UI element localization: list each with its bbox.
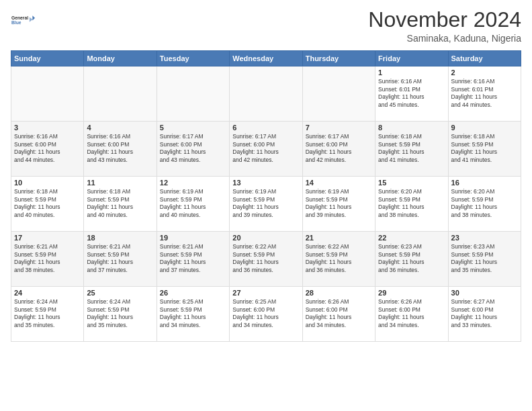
table-row — [84, 66, 157, 122]
logo-svg: General Blue — [11, 8, 35, 32]
table-row: 24Sunrise: 6:24 AM Sunset: 5:59 PM Dayli… — [11, 287, 84, 342]
day-number: 11 — [87, 179, 153, 187]
cell-content: Sunrise: 6:22 AM Sunset: 5:59 PM Dayligh… — [306, 243, 372, 274]
cell-content: Sunrise: 6:25 AM Sunset: 5:59 PM Dayligh… — [160, 298, 226, 329]
col-tuesday: Tuesday — [157, 51, 229, 66]
cell-content: Sunrise: 6:16 AM Sunset: 6:00 PM Dayligh… — [87, 133, 153, 164]
day-number: 27 — [232, 289, 299, 297]
table-row: 8Sunrise: 6:18 AM Sunset: 5:59 PM Daylig… — [375, 122, 448, 177]
day-number: 8 — [378, 124, 445, 132]
day-number: 19 — [160, 234, 226, 242]
calendar-week-row: 10Sunrise: 6:18 AM Sunset: 5:59 PM Dayli… — [11, 177, 521, 232]
table-row — [302, 66, 375, 122]
day-number: 21 — [306, 234, 372, 242]
col-thursday: Thursday — [302, 51, 375, 66]
calendar-week-row: 3Sunrise: 6:16 AM Sunset: 6:00 PM Daylig… — [11, 122, 521, 177]
cell-content: Sunrise: 6:21 AM Sunset: 5:59 PM Dayligh… — [14, 243, 81, 274]
table-row: 28Sunrise: 6:26 AM Sunset: 6:00 PM Dayli… — [302, 287, 375, 342]
day-number: 4 — [87, 124, 153, 132]
cell-content: Sunrise: 6:17 AM Sunset: 6:00 PM Dayligh… — [306, 133, 372, 164]
cell-content: Sunrise: 6:17 AM Sunset: 6:00 PM Dayligh… — [160, 133, 226, 164]
cell-content: Sunrise: 6:25 AM Sunset: 6:00 PM Dayligh… — [232, 298, 299, 329]
table-row: 26Sunrise: 6:25 AM Sunset: 5:59 PM Dayli… — [157, 287, 229, 342]
calendar-table: Sunday Monday Tuesday Wednesday Thursday… — [11, 50, 521, 342]
cell-content: Sunrise: 6:19 AM Sunset: 5:59 PM Dayligh… — [306, 188, 372, 219]
col-wednesday: Wednesday — [230, 51, 302, 66]
table-row: 1Sunrise: 6:16 AM Sunset: 6:01 PM Daylig… — [375, 66, 448, 122]
cell-content: Sunrise: 6:21 AM Sunset: 5:59 PM Dayligh… — [87, 243, 153, 274]
day-number: 5 — [160, 124, 226, 132]
svg-text:General: General — [11, 15, 28, 20]
day-number: 14 — [306, 179, 372, 187]
table-row — [230, 66, 302, 122]
table-row: 30Sunrise: 6:27 AM Sunset: 6:00 PM Dayli… — [448, 287, 521, 342]
day-number: 22 — [378, 234, 445, 242]
cell-content: Sunrise: 6:18 AM Sunset: 5:59 PM Dayligh… — [451, 133, 518, 164]
table-row: 18Sunrise: 6:21 AM Sunset: 5:59 PM Dayli… — [84, 232, 157, 287]
cell-content: Sunrise: 6:18 AM Sunset: 5:59 PM Dayligh… — [14, 188, 81, 219]
logo: General Blue — [11, 8, 35, 32]
cell-content: Sunrise: 6:17 AM Sunset: 6:00 PM Dayligh… — [232, 133, 299, 164]
day-number: 1 — [378, 68, 445, 77]
svg-marker-3 — [30, 17, 33, 22]
day-number: 18 — [87, 234, 153, 242]
table-row: 4Sunrise: 6:16 AM Sunset: 6:00 PM Daylig… — [84, 122, 157, 177]
table-row: 21Sunrise: 6:22 AM Sunset: 5:59 PM Dayli… — [302, 232, 375, 287]
table-row: 3Sunrise: 6:16 AM Sunset: 6:00 PM Daylig… — [11, 122, 84, 177]
table-row: 2Sunrise: 6:16 AM Sunset: 6:01 PM Daylig… — [448, 66, 521, 122]
cell-content: Sunrise: 6:27 AM Sunset: 6:00 PM Dayligh… — [451, 298, 518, 329]
table-row: 13Sunrise: 6:19 AM Sunset: 5:59 PM Dayli… — [230, 177, 302, 232]
table-row: 11Sunrise: 6:18 AM Sunset: 5:59 PM Dayli… — [84, 177, 157, 232]
table-row: 12Sunrise: 6:19 AM Sunset: 5:59 PM Dayli… — [157, 177, 229, 232]
table-row: 19Sunrise: 6:21 AM Sunset: 5:59 PM Dayli… — [157, 232, 229, 287]
day-number: 17 — [14, 234, 81, 242]
cell-content: Sunrise: 6:23 AM Sunset: 5:59 PM Dayligh… — [451, 243, 518, 274]
day-number: 9 — [451, 124, 518, 132]
col-friday: Friday — [375, 51, 448, 66]
day-number: 30 — [451, 289, 518, 297]
table-row: 23Sunrise: 6:23 AM Sunset: 5:59 PM Dayli… — [448, 232, 521, 287]
table-row: 10Sunrise: 6:18 AM Sunset: 5:59 PM Dayli… — [11, 177, 84, 232]
title-area: November 2024 Saminaka, Kaduna, Nigeria — [368, 8, 521, 44]
month-title: November 2024 — [368, 8, 521, 32]
svg-text:Blue: Blue — [11, 20, 21, 25]
cell-content: Sunrise: 6:16 AM Sunset: 6:00 PM Dayligh… — [14, 133, 81, 164]
col-saturday: Saturday — [448, 51, 521, 66]
cell-content: Sunrise: 6:21 AM Sunset: 5:59 PM Dayligh… — [160, 243, 226, 274]
table-row — [11, 66, 84, 122]
cell-content: Sunrise: 6:18 AM Sunset: 5:59 PM Dayligh… — [378, 133, 445, 164]
day-number: 26 — [160, 289, 226, 297]
day-number: 25 — [87, 289, 153, 297]
cell-content: Sunrise: 6:16 AM Sunset: 6:01 PM Dayligh… — [378, 78, 445, 109]
header: General Blue November 2024 Saminaka, Kad… — [11, 8, 521, 44]
cell-content: Sunrise: 6:26 AM Sunset: 6:00 PM Dayligh… — [306, 298, 372, 329]
table-row: 5Sunrise: 6:17 AM Sunset: 6:00 PM Daylig… — [157, 122, 229, 177]
table-row — [157, 66, 229, 122]
cell-content: Sunrise: 6:26 AM Sunset: 6:00 PM Dayligh… — [378, 298, 445, 329]
table-row: 15Sunrise: 6:20 AM Sunset: 5:59 PM Dayli… — [375, 177, 448, 232]
cell-content: Sunrise: 6:23 AM Sunset: 5:59 PM Dayligh… — [378, 243, 445, 274]
table-row: 16Sunrise: 6:20 AM Sunset: 5:59 PM Dayli… — [448, 177, 521, 232]
table-row: 17Sunrise: 6:21 AM Sunset: 5:59 PM Dayli… — [11, 232, 84, 287]
cell-content: Sunrise: 6:20 AM Sunset: 5:59 PM Dayligh… — [378, 188, 445, 219]
col-monday: Monday — [84, 51, 157, 66]
day-number: 6 — [232, 124, 299, 132]
table-row: 29Sunrise: 6:26 AM Sunset: 6:00 PM Dayli… — [375, 287, 448, 342]
day-number: 29 — [378, 289, 445, 297]
table-row: 14Sunrise: 6:19 AM Sunset: 5:59 PM Dayli… — [302, 177, 375, 232]
table-row: 20Sunrise: 6:22 AM Sunset: 5:59 PM Dayli… — [230, 232, 302, 287]
table-row: 9Sunrise: 6:18 AM Sunset: 5:59 PM Daylig… — [448, 122, 521, 177]
day-number: 2 — [451, 68, 518, 77]
cell-content: Sunrise: 6:20 AM Sunset: 5:59 PM Dayligh… — [451, 188, 518, 219]
calendar-week-row: 1Sunrise: 6:16 AM Sunset: 6:01 PM Daylig… — [11, 66, 521, 122]
day-number: 20 — [232, 234, 299, 242]
svg-marker-2 — [32, 15, 35, 20]
day-number: 10 — [14, 179, 81, 187]
day-number: 24 — [14, 289, 81, 297]
table-row: 7Sunrise: 6:17 AM Sunset: 6:00 PM Daylig… — [302, 122, 375, 177]
calendar-week-row: 17Sunrise: 6:21 AM Sunset: 5:59 PM Dayli… — [11, 232, 521, 287]
cell-content: Sunrise: 6:18 AM Sunset: 5:59 PM Dayligh… — [87, 188, 153, 219]
day-number: 16 — [451, 179, 518, 187]
day-number: 13 — [232, 179, 299, 187]
cell-content: Sunrise: 6:24 AM Sunset: 5:59 PM Dayligh… — [87, 298, 153, 329]
